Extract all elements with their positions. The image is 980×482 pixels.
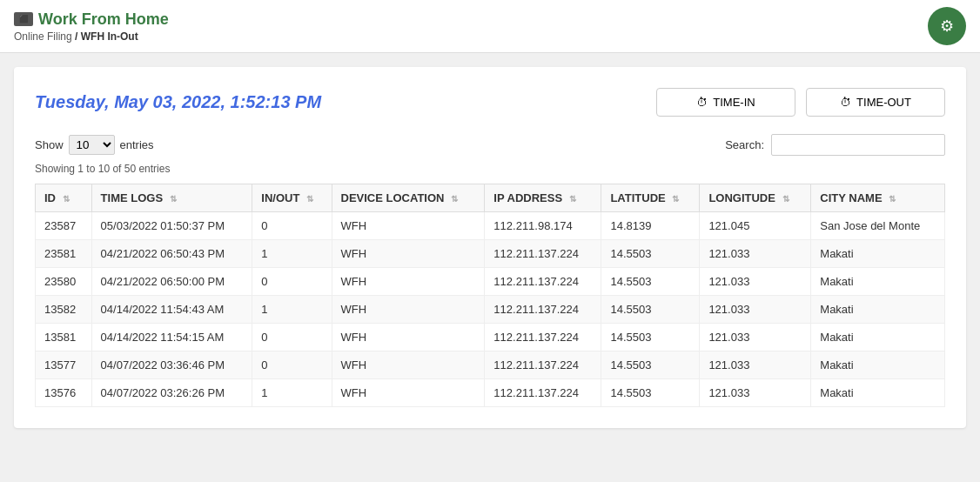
header-left: ⬛ Work From Home Online Filing / WFH In-… [14, 10, 169, 43]
table-cell: 112.211.137.224 [485, 379, 601, 407]
table-cell: 05/03/2022 01:50:37 PM [91, 212, 252, 240]
col-id: ID ⇅ [36, 184, 92, 212]
table-body: 2358705/03/2022 01:50:37 PM0WFH112.211.9… [36, 212, 945, 407]
sort-icon-timelogs: ⇅ [170, 194, 177, 204]
table-cell: Makati [811, 296, 945, 324]
title-text: Work From Home [38, 10, 169, 29]
table-cell: Makati [811, 268, 945, 296]
table-cell: 121.033 [700, 324, 811, 351]
col-inout: IN/OUT ⇅ [252, 184, 332, 212]
table-cell: 13582 [36, 296, 92, 324]
table-cell: 112.211.137.224 [485, 351, 601, 379]
table-cell: 23580 [36, 268, 92, 296]
table-cell: 112.211.137.224 [485, 268, 601, 296]
search-input[interactable] [771, 134, 945, 156]
table-row: 1358104/14/2022 11:54:15 AM0WFH112.211.1… [36, 324, 945, 351]
sort-icon-inout: ⇅ [306, 194, 313, 204]
table-cell: 121.033 [700, 351, 811, 379]
sort-icon-device: ⇅ [451, 194, 458, 204]
col-city: CITY NAME ⇅ [811, 184, 945, 212]
search-control: Search: [725, 134, 945, 156]
entries-select[interactable]: 10 25 50 100 [69, 135, 115, 155]
top-row: Tuesday, May 03, 2022, 1:52:13 PM ⏱ TIME… [35, 88, 945, 117]
table-cell: 112.211.137.224 [485, 324, 601, 351]
time-in-button[interactable]: ⏱ TIME-IN [656, 88, 795, 117]
table-cell: WFH [332, 240, 485, 268]
table-cell: 14.5503 [601, 268, 700, 296]
clock-icon-out: ⏱ [840, 96, 851, 109]
sort-icon-lat: ⇅ [672, 194, 679, 204]
breadcrumb-current: WFH In-Out [81, 30, 138, 43]
table-cell: 13581 [36, 324, 92, 351]
table-header: ID ⇅ TIME LOGS ⇅ IN/OUT ⇅ DEVICE LOCATIO… [36, 184, 945, 212]
table-cell: Makati [811, 379, 945, 407]
entries-label: entries [120, 138, 154, 151]
table-row: 2358104/21/2022 06:50:43 PM1WFH112.211.1… [36, 240, 945, 268]
time-out-button[interactable]: ⏱ TIME-OUT [806, 88, 945, 117]
current-datetime: Tuesday, May 03, 2022, 1:52:13 PM [35, 92, 321, 112]
breadcrumb: Online Filing / WFH In-Out [14, 30, 169, 43]
table-cell: 23587 [36, 212, 92, 240]
table-row: 2358705/03/2022 01:50:37 PM0WFH112.211.9… [36, 212, 945, 240]
table-cell: 0 [252, 351, 332, 379]
time-out-label: TIME-OUT [856, 96, 911, 109]
table-cell: 13576 [36, 379, 92, 407]
showing-text: Showing 1 to 10 of 50 entries [35, 163, 945, 175]
show-label: Show [35, 138, 64, 151]
table-cell: 04/14/2022 11:54:15 AM [91, 324, 252, 351]
table-cell: 04/07/2022 03:26:26 PM [91, 379, 252, 407]
time-in-label: TIME-IN [713, 96, 755, 109]
search-label: Search: [725, 138, 764, 151]
table-cell: 04/21/2022 06:50:00 PM [91, 268, 252, 296]
col-lat: LATITUDE ⇅ [601, 184, 700, 212]
table-cell: 112.211.98.174 [485, 212, 601, 240]
col-ip: IP ADDRESS ⇅ [485, 184, 601, 212]
action-buttons: ⏱ TIME-IN ⏱ TIME-OUT [656, 88, 945, 117]
table-cell: Makati [811, 351, 945, 379]
col-timelogs: TIME LOGS ⇅ [91, 184, 252, 212]
table-cell: WFH [332, 351, 485, 379]
table-cell: 112.211.137.224 [485, 240, 601, 268]
table-cell: 121.033 [700, 268, 811, 296]
table-cell: 14.5503 [601, 296, 700, 324]
sort-icon-city: ⇅ [889, 194, 896, 204]
breadcrumb-parent[interactable]: Online Filing [14, 30, 72, 43]
table-cell: 14.5503 [601, 240, 700, 268]
show-row: Show 10 25 50 100 entries Search: [35, 134, 945, 156]
table-cell: 14.5503 [601, 351, 700, 379]
clock-icon-in: ⏱ [696, 96, 708, 109]
table-cell: WFH [332, 296, 485, 324]
table-cell: 0 [252, 212, 332, 240]
sort-icon-id: ⇅ [63, 194, 70, 204]
table-cell: San Jose del Monte [811, 212, 945, 240]
table-cell: 14.5503 [601, 324, 700, 351]
table-cell: 14.5503 [601, 379, 700, 407]
table-cell: WFH [332, 268, 485, 296]
table-cell: 121.033 [700, 296, 811, 324]
sort-icon-lon: ⇅ [782, 194, 789, 204]
table-cell: 14.8139 [601, 212, 700, 240]
monitor-icon: ⬛ [14, 12, 33, 26]
table-cell: 121.045 [700, 212, 811, 240]
table-cell: 23581 [36, 240, 92, 268]
sort-icon-ip: ⇅ [569, 194, 576, 204]
table-cell: 13577 [36, 351, 92, 379]
table-cell: 1 [252, 240, 332, 268]
table-cell: 0 [252, 268, 332, 296]
avatar-icon: ⚙ [940, 17, 954, 36]
table-cell: WFH [332, 324, 485, 351]
table-row: 2358004/21/2022 06:50:00 PM0WFH112.211.1… [36, 268, 945, 296]
table-cell: 0 [252, 324, 332, 351]
avatar-button[interactable]: ⚙ [928, 7, 966, 45]
col-device: DEVICE LOCATION ⇅ [332, 184, 485, 212]
table-cell: 04/21/2022 06:50:43 PM [91, 240, 252, 268]
table-row: 1358204/14/2022 11:54:43 AM1WFH112.211.1… [36, 296, 945, 324]
table-cell: 121.033 [700, 240, 811, 268]
table-header-row: ID ⇅ TIME LOGS ⇅ IN/OUT ⇅ DEVICE LOCATIO… [36, 184, 945, 212]
table-cell: 04/07/2022 03:36:46 PM [91, 351, 252, 379]
table-cell: 1 [252, 296, 332, 324]
table-cell: 121.033 [700, 379, 811, 407]
table-row: 1357604/07/2022 03:26:26 PM1WFH112.211.1… [36, 379, 945, 407]
main-content: Tuesday, May 03, 2022, 1:52:13 PM ⏱ TIME… [14, 67, 966, 428]
table-cell: Makati [811, 240, 945, 268]
